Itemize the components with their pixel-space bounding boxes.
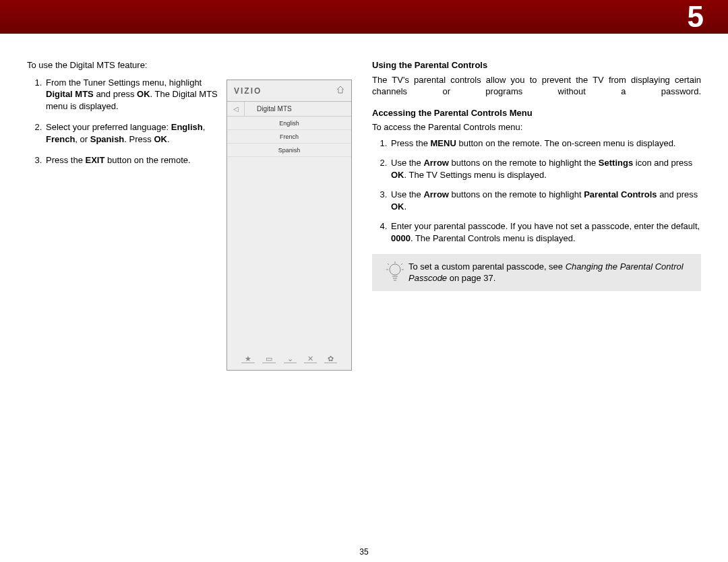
parental-step-1: Press the MENU button on the remote. The… [390,137,701,150]
content-area: To use the Digital MTS feature: From the… [27,59,701,371]
wide-icon: ▭ [262,354,276,363]
svg-line-5 [388,263,389,265]
parental-title: Using the Parental Controls [372,59,701,71]
accessing-intro: To access the Parental Controls menu: [372,121,701,133]
header-bar: 5 [0,0,728,34]
ss-option-french: French [227,130,351,144]
down-icon: ⌄ [284,354,297,363]
chapter-number: 5 [688,0,704,34]
manual-page: 5 To use the Digital MTS feature: From t… [0,0,728,562]
left-column: To use the Digital MTS feature: From the… [27,59,221,371]
ss-option-spanish: Spanish [227,144,351,157]
vizio-logo: VIZIO [234,86,262,96]
accessing-subtitle: Accessing the Parental Controls Menu [372,107,701,119]
parental-steps: Press the MENU button on the remote. The… [372,137,701,245]
mts-intro: To use the Digital MTS feature: [27,59,221,71]
x-icon: ✕ [304,354,317,363]
star-icon: ★ [241,354,255,363]
mts-step-3: Press the EXIT button on the remote. [44,154,221,166]
svg-line-6 [401,263,402,265]
svg-point-0 [390,264,400,275]
ss-header: VIZIO [227,80,351,102]
mts-steps: From the Tuner Settings menu, highlight … [27,77,221,166]
right-column: Using the Parental Controls The TV's par… [372,59,701,371]
parental-step-3: Use the Arrow buttons on the remote to h… [390,189,701,212]
parental-step-2: Use the Arrow buttons on the remote to h… [390,157,701,181]
mts-step-1: From the Tuner Settings menu, highlight … [44,77,221,113]
back-icon: ◁ [227,102,245,117]
mts-step-2: Select your preferred language: English,… [44,121,221,145]
ss-menu-title: Digital MTS [245,105,351,113]
ss-title-row: ◁ Digital MTS [227,102,351,117]
ss-footer-icons: ★ ▭ ⌄ ✕ ✿ [227,354,351,363]
lightbulb-icon [382,261,408,284]
gear-icon: ✿ [324,354,337,363]
parental-intro-para: The TV's parental controls allow you to … [372,74,701,98]
tip-text: To set a custom parental passcode, see C… [408,261,692,284]
home-icon [336,86,344,96]
ss-option-english: English [227,117,351,130]
parental-step-4: Enter your parental passcode. If you hav… [390,220,701,244]
page-number: 35 [0,547,728,557]
tip-box: To set a custom parental passcode, see C… [372,254,701,291]
tv-menu-screenshot: VIZIO ◁ Digital MTS English French Spani… [226,80,352,371]
